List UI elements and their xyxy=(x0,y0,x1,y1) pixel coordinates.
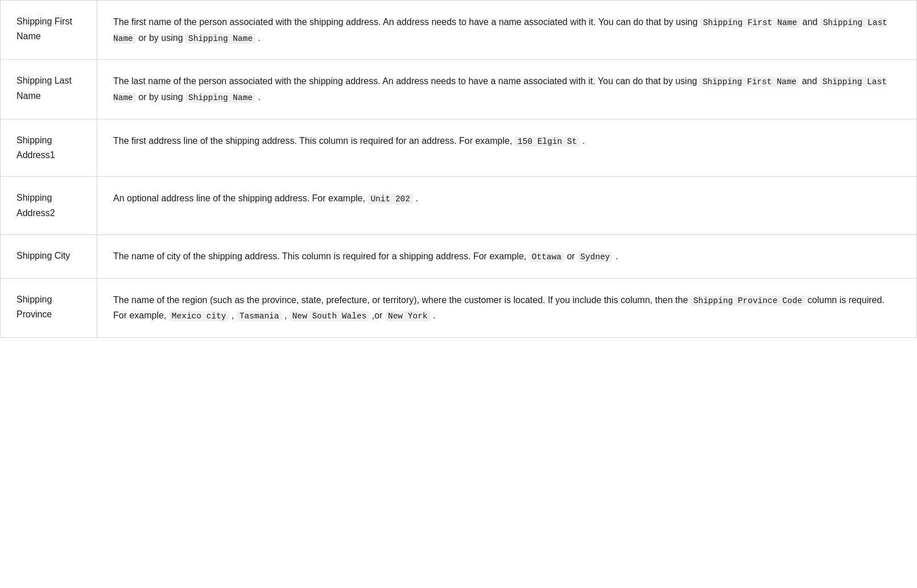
table-row: Shipping Address1The first address line … xyxy=(1,119,917,177)
table-row: Shipping Last NameThe last name of the p… xyxy=(1,60,917,119)
description-text: . xyxy=(255,33,261,43)
field-description: The name of the region (such as the prov… xyxy=(97,278,917,337)
main-container: Shipping First NameThe first name of the… xyxy=(0,0,917,588)
description-text: ,or xyxy=(369,310,385,320)
description-text: . xyxy=(613,251,618,261)
field-description: The first address line of the shipping a… xyxy=(97,119,917,177)
description-text: . xyxy=(413,193,418,203)
description-text: , xyxy=(282,310,290,320)
code-snippet: New York xyxy=(385,311,431,321)
field-description: The last name of the person associated w… xyxy=(97,60,917,119)
code-snippet: Shipping Name xyxy=(185,34,255,44)
field-label: Shipping Last Name xyxy=(1,60,97,119)
description-text: An optional address line of the shipping… xyxy=(113,193,367,203)
field-description: The first name of the person associated … xyxy=(97,1,917,60)
description-text: , xyxy=(229,310,237,320)
reference-table: Shipping First NameThe first name of the… xyxy=(0,0,917,338)
code-snippet: 150 Elgin St xyxy=(515,136,580,147)
table-row: Shipping ProvinceThe name of the region … xyxy=(1,278,917,337)
description-text: or by using xyxy=(136,92,185,102)
table-row: Shipping CityThe name of city of the shi… xyxy=(1,235,917,279)
description-text: . xyxy=(431,310,436,320)
field-label: Shipping Province xyxy=(1,278,97,337)
code-snippet: Shipping First Name xyxy=(700,77,799,87)
code-snippet: Shipping Province Code xyxy=(691,296,805,306)
table-row: Shipping Address2An optional address lin… xyxy=(1,177,917,235)
code-snippet: Mexico city xyxy=(169,311,229,321)
description-text: . xyxy=(580,136,585,146)
code-snippet: Shipping Name xyxy=(185,93,255,103)
description-text: and xyxy=(799,76,820,86)
description-text: or by using xyxy=(136,33,185,43)
description-text: The last name of the person associated w… xyxy=(113,76,700,86)
code-snippet: Unit 202 xyxy=(367,194,413,204)
description-text: The first name of the person associated … xyxy=(113,17,700,27)
code-snippet: New South Wales xyxy=(290,311,370,321)
code-snippet: Ottawa xyxy=(529,252,564,262)
description-text: and xyxy=(800,17,820,27)
field-label: Shipping Address2 xyxy=(1,177,97,235)
field-label: Shipping First Name xyxy=(1,1,97,60)
description-text: or xyxy=(564,251,577,261)
table-row: Shipping First NameThe first name of the… xyxy=(1,1,917,60)
field-label: Shipping Address1 xyxy=(1,119,97,177)
description-text: The name of the region (such as the prov… xyxy=(113,295,691,305)
description-text: The name of city of the shipping address… xyxy=(113,251,529,261)
description-text: The first address line of the shipping a… xyxy=(113,136,515,146)
code-snippet: Sydney xyxy=(577,252,613,262)
field-description: An optional address line of the shipping… xyxy=(97,177,917,235)
code-snippet: Shipping First Name xyxy=(700,18,800,28)
code-snippet: Tasmania xyxy=(237,311,282,321)
field-label: Shipping City xyxy=(1,235,97,279)
description-text: . xyxy=(255,92,261,102)
field-description: The name of city of the shipping address… xyxy=(97,235,917,279)
